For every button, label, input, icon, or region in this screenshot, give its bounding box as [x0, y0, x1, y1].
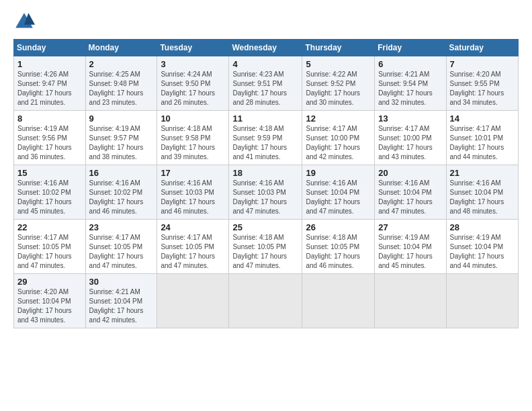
- calendar-cell: 11Sunrise: 4:18 AM Sunset: 9:59 PM Dayli…: [229, 111, 302, 165]
- day-info: Sunrise: 4:17 AM Sunset: 10:05 PM Daylig…: [17, 233, 82, 271]
- day-number: 20: [378, 168, 442, 178]
- day-number: 6: [378, 59, 442, 69]
- calendar-cell: 7Sunrise: 4:20 AM Sunset: 9:55 PM Daylig…: [446, 56, 518, 111]
- weekday-header: Saturday: [446, 40, 518, 56]
- day-info: Sunrise: 4:17 AM Sunset: 10:05 PM Daylig…: [161, 233, 225, 271]
- day-number: 15: [17, 168, 82, 178]
- day-number: 19: [306, 168, 371, 178]
- calendar-cell: 4Sunrise: 4:23 AM Sunset: 9:51 PM Daylig…: [229, 56, 302, 111]
- calendar-cell: 8Sunrise: 4:19 AM Sunset: 9:56 PM Daylig…: [14, 111, 86, 165]
- calendar-cell: [157, 274, 229, 328]
- day-number: 26: [306, 222, 371, 232]
- day-info: Sunrise: 4:18 AM Sunset: 10:05 PM Daylig…: [232, 233, 298, 271]
- calendar-cell: 23Sunrise: 4:17 AM Sunset: 10:05 PM Dayl…: [85, 220, 157, 274]
- calendar-week-row: 22Sunrise: 4:17 AM Sunset: 10:05 PM Dayl…: [14, 220, 519, 274]
- calendar-cell: 15Sunrise: 4:16 AM Sunset: 10:02 PM Dayl…: [14, 165, 86, 220]
- day-info: Sunrise: 4:25 AM Sunset: 9:48 PM Dayligh…: [89, 70, 154, 107]
- day-info: Sunrise: 4:19 AM Sunset: 9:56 PM Dayligh…: [17, 124, 82, 162]
- day-info: Sunrise: 4:19 AM Sunset: 9:57 PM Dayligh…: [89, 124, 154, 162]
- calendar-week-row: 1Sunrise: 4:26 AM Sunset: 9:47 PM Daylig…: [14, 56, 519, 111]
- calendar-week-row: 29Sunrise: 4:20 AM Sunset: 10:04 PM Dayl…: [14, 274, 519, 328]
- day-info: Sunrise: 4:17 AM Sunset: 10:00 PM Daylig…: [306, 124, 371, 162]
- day-info: Sunrise: 4:22 AM Sunset: 9:52 PM Dayligh…: [306, 70, 371, 107]
- calendar-cell: 1Sunrise: 4:26 AM Sunset: 9:47 PM Daylig…: [14, 56, 86, 111]
- day-info: Sunrise: 4:24 AM Sunset: 9:50 PM Dayligh…: [161, 70, 225, 107]
- day-number: 25: [232, 222, 298, 232]
- day-number: 22: [17, 222, 82, 232]
- day-info: Sunrise: 4:16 AM Sunset: 10:02 PM Daylig…: [89, 179, 154, 216]
- calendar-cell: [229, 274, 302, 328]
- calendar-cell: 30Sunrise: 4:21 AM Sunset: 10:04 PM Dayl…: [85, 274, 157, 328]
- day-number: 2: [89, 59, 154, 69]
- day-number: 13: [378, 113, 442, 124]
- day-info: Sunrise: 4:17 AM Sunset: 10:01 PM Daylig…: [450, 124, 515, 162]
- calendar-cell: 26Sunrise: 4:18 AM Sunset: 10:05 PM Dayl…: [302, 220, 375, 274]
- day-info: Sunrise: 4:21 AM Sunset: 9:54 PM Dayligh…: [378, 70, 442, 107]
- day-number: 29: [17, 277, 82, 287]
- day-info: Sunrise: 4:20 AM Sunset: 10:04 PM Daylig…: [17, 287, 82, 325]
- calendar-week-row: 8Sunrise: 4:19 AM Sunset: 9:56 PM Daylig…: [14, 111, 519, 165]
- day-info: Sunrise: 4:16 AM Sunset: 10:04 PM Daylig…: [378, 179, 442, 216]
- day-number: 16: [89, 168, 154, 178]
- calendar-cell: 18Sunrise: 4:16 AM Sunset: 10:03 PM Dayl…: [229, 165, 302, 220]
- header: [13, 11, 519, 32]
- calendar-cell: 2Sunrise: 4:25 AM Sunset: 9:48 PM Daylig…: [85, 56, 157, 111]
- day-info: Sunrise: 4:17 AM Sunset: 10:00 PM Daylig…: [378, 124, 442, 162]
- calendar-cell: 6Sunrise: 4:21 AM Sunset: 9:54 PM Daylig…: [375, 56, 446, 111]
- day-info: Sunrise: 4:20 AM Sunset: 9:55 PM Dayligh…: [450, 70, 515, 107]
- logo: [13, 11, 38, 32]
- day-number: 18: [232, 168, 298, 178]
- calendar-cell: 28Sunrise: 4:19 AM Sunset: 10:04 PM Dayl…: [446, 220, 518, 274]
- weekday-header: Wednesday: [229, 40, 302, 56]
- day-number: 4: [232, 59, 298, 69]
- weekday-header: Sunday: [14, 40, 86, 56]
- calendar-cell: 21Sunrise: 4:16 AM Sunset: 10:04 PM Dayl…: [446, 165, 518, 220]
- day-number: 23: [89, 222, 154, 232]
- calendar-cell: 24Sunrise: 4:17 AM Sunset: 10:05 PM Dayl…: [157, 220, 229, 274]
- day-info: Sunrise: 4:16 AM Sunset: 10:02 PM Daylig…: [17, 179, 82, 216]
- day-info: Sunrise: 4:16 AM Sunset: 10:04 PM Daylig…: [450, 179, 515, 216]
- weekday-header: Friday: [375, 40, 446, 56]
- day-info: Sunrise: 4:18 AM Sunset: 9:58 PM Dayligh…: [161, 124, 225, 162]
- day-info: Sunrise: 4:16 AM Sunset: 10:03 PM Daylig…: [232, 179, 298, 216]
- day-number: 7: [450, 59, 515, 69]
- calendar-cell: 13Sunrise: 4:17 AM Sunset: 10:00 PM Dayl…: [375, 111, 446, 165]
- day-number: 17: [161, 168, 225, 178]
- day-number: 10: [161, 113, 225, 124]
- calendar-cell: 12Sunrise: 4:17 AM Sunset: 10:00 PM Dayl…: [302, 111, 375, 165]
- calendar-cell: 5Sunrise: 4:22 AM Sunset: 9:52 PM Daylig…: [302, 56, 375, 111]
- calendar-header-row: SundayMondayTuesdayWednesdayThursdayFrid…: [14, 40, 519, 56]
- day-number: 30: [89, 277, 154, 287]
- logo-icon: [13, 11, 35, 32]
- calendar-cell: 27Sunrise: 4:19 AM Sunset: 10:04 PM Dayl…: [375, 220, 446, 274]
- day-number: 14: [450, 113, 515, 124]
- calendar-cell: 29Sunrise: 4:20 AM Sunset: 10:04 PM Dayl…: [14, 274, 86, 328]
- day-info: Sunrise: 4:18 AM Sunset: 9:59 PM Dayligh…: [232, 124, 298, 162]
- day-number: 9: [89, 113, 154, 124]
- day-info: Sunrise: 4:23 AM Sunset: 9:51 PM Dayligh…: [232, 70, 298, 107]
- weekday-header: Thursday: [302, 40, 375, 56]
- calendar-cell: 22Sunrise: 4:17 AM Sunset: 10:05 PM Dayl…: [14, 220, 86, 274]
- day-info: Sunrise: 4:21 AM Sunset: 10:04 PM Daylig…: [89, 287, 154, 325]
- calendar-cell: 17Sunrise: 4:16 AM Sunset: 10:03 PM Dayl…: [157, 165, 229, 220]
- calendar-cell: 14Sunrise: 4:17 AM Sunset: 10:01 PM Dayl…: [446, 111, 518, 165]
- calendar-cell: [446, 274, 518, 328]
- day-info: Sunrise: 4:19 AM Sunset: 10:04 PM Daylig…: [378, 233, 442, 271]
- day-info: Sunrise: 4:16 AM Sunset: 10:03 PM Daylig…: [161, 179, 225, 216]
- calendar-cell: 16Sunrise: 4:16 AM Sunset: 10:02 PM Dayl…: [85, 165, 157, 220]
- calendar-cell: 9Sunrise: 4:19 AM Sunset: 9:57 PM Daylig…: [85, 111, 157, 165]
- calendar-cell: 19Sunrise: 4:16 AM Sunset: 10:04 PM Dayl…: [302, 165, 375, 220]
- day-info: Sunrise: 4:16 AM Sunset: 10:04 PM Daylig…: [306, 179, 371, 216]
- day-number: 28: [450, 222, 515, 232]
- day-number: 12: [306, 113, 371, 124]
- day-number: 1: [17, 59, 82, 69]
- page: SundayMondayTuesdayWednesdayThursdayFrid…: [0, 0, 532, 411]
- day-number: 11: [232, 113, 298, 124]
- day-number: 24: [161, 222, 225, 232]
- day-info: Sunrise: 4:18 AM Sunset: 10:05 PM Daylig…: [306, 233, 371, 271]
- day-number: 27: [378, 222, 442, 232]
- day-info: Sunrise: 4:17 AM Sunset: 10:05 PM Daylig…: [89, 233, 154, 271]
- day-number: 8: [17, 113, 82, 124]
- weekday-header: Tuesday: [157, 40, 229, 56]
- day-number: 21: [450, 168, 515, 178]
